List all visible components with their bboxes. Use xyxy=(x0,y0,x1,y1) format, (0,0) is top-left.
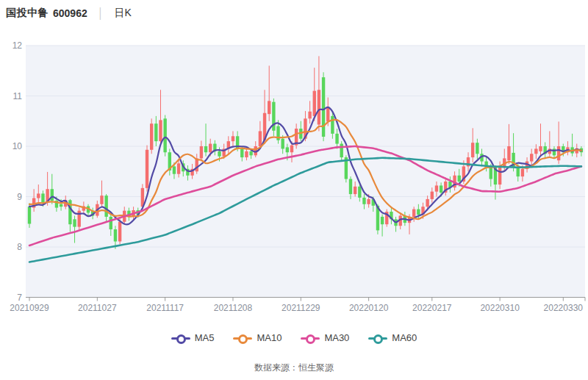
chart-header: 国投中鲁 600962 │ 日K xyxy=(6,6,132,21)
data-source-caption: 数据来源：恒生聚源 xyxy=(0,362,588,374)
stock-name: 国投中鲁 xyxy=(6,7,49,20)
legend-item-ma60[interactable]: MA60 xyxy=(368,332,417,343)
chart-legend: MA5 MA10 MA30 MA60 xyxy=(0,332,588,343)
ma30-line-icon xyxy=(301,334,320,342)
y-axis-label: 8 xyxy=(17,242,22,252)
ma5-line-icon xyxy=(171,334,190,342)
stock-chart-app: 国投中鲁 600962 │ 日K 78910111220210929202110… xyxy=(0,0,588,380)
candlestick-chart[interactable]: 7891011122021092920211027202111172021120… xyxy=(0,0,588,327)
legend-item-ma30[interactable]: MA30 xyxy=(301,332,349,343)
stock-code: 600962 xyxy=(53,7,87,19)
legend-label: MA10 xyxy=(257,332,282,343)
x-axis-label: 20211027 xyxy=(78,303,117,313)
x-axis-label: 20220120 xyxy=(349,303,389,313)
x-axis-label: 20211229 xyxy=(282,303,320,313)
legend-label: MA60 xyxy=(392,332,417,343)
x-axis-label: 20220330 xyxy=(544,303,584,313)
legend-label: MA5 xyxy=(195,332,215,343)
x-axis-label: 20211117 xyxy=(146,303,184,313)
x-axis-label: 20211208 xyxy=(214,303,253,313)
ma60-line-icon xyxy=(368,334,387,342)
x-axis-label: 20220310 xyxy=(480,303,520,313)
y-axis-label: 11 xyxy=(13,91,23,101)
legend-label: MA30 xyxy=(324,332,349,343)
header-separator: │ xyxy=(98,7,104,19)
y-axis-label: 7 xyxy=(17,293,22,303)
x-axis-label: 20220217 xyxy=(412,303,452,313)
period-tab-daily-k[interactable]: 日K xyxy=(114,7,131,20)
ma10-line-icon xyxy=(233,334,252,342)
y-axis-label: 12 xyxy=(12,40,23,51)
legend-item-ma10[interactable]: MA10 xyxy=(233,332,282,343)
y-axis-label: 9 xyxy=(17,192,22,202)
legend-item-ma5[interactable]: MA5 xyxy=(171,332,215,343)
y-axis-label: 10 xyxy=(12,141,23,151)
x-axis-label: 20210929 xyxy=(10,303,49,313)
